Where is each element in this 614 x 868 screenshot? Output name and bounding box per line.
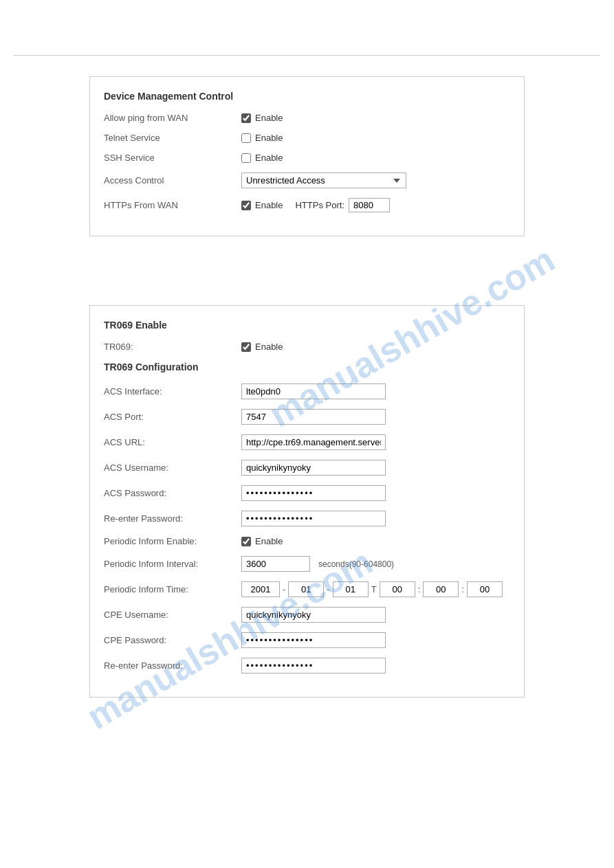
cpe-password-label: CPE Password: [104, 635, 241, 645]
telnet-enable-text: Enable [255, 133, 283, 143]
periodic-inform-interval-label: Periodic Inform Interval: [104, 559, 241, 569]
top-divider [14, 55, 600, 56]
telnet-value: Enable [241, 133, 283, 143]
acs-password-label: ACS Password: [104, 488, 241, 498]
https-port-label: HTTPs Port: [295, 200, 344, 210]
acs-port-value [241, 409, 386, 425]
ssh-row: SSH Service Enable [104, 153, 510, 163]
acs-port-input[interactable] [241, 409, 386, 425]
https-from-wan-row: HTTPs From WAN Enable HTTPs Port: [104, 198, 510, 212]
acs-username-row: ACS Username: [104, 460, 510, 476]
cpe-username-value [241, 607, 386, 623]
allow-ping-enable-text: Enable [255, 113, 283, 123]
periodic-inform-enable-text: Enable [255, 536, 283, 546]
cpe-password-input[interactable] [241, 632, 386, 648]
access-control-select[interactable]: Unrestricted Access Restricted Access [241, 173, 406, 188]
tr069-label: TR069: [104, 342, 241, 352]
time-sep-3: : [418, 584, 421, 594]
telnet-row: Telnet Service Enable [104, 133, 510, 143]
access-control-row: Access Control Unrestricted Access Restr… [104, 173, 510, 188]
acs-port-label: ACS Port: [104, 412, 241, 422]
https-from-wan-enable-text: Enable [255, 200, 283, 210]
cpe-reenter-password-row: Re-enter Password: [104, 658, 510, 674]
telnet-label: Telnet Service [104, 133, 241, 143]
acs-password-input[interactable] [241, 485, 386, 501]
cpe-password-row: CPE Password: [104, 632, 510, 648]
periodic-inform-interval-input[interactable] [241, 556, 310, 572]
periodic-inform-enable-row: Periodic Inform Enable: Enable [104, 536, 510, 546]
acs-username-value [241, 460, 386, 476]
time-sep-2: - [327, 584, 329, 594]
cpe-reenter-password-value [241, 658, 386, 674]
time-month-input[interactable] [288, 581, 324, 597]
cpe-username-row: CPE Username: [104, 607, 510, 623]
acs-reenter-password-value [241, 511, 386, 526]
device-management-title: Device Management Control [104, 91, 510, 102]
time-hour-input[interactable] [380, 581, 415, 597]
acs-reenter-password-label: Re-enter Password: [104, 513, 241, 524]
acs-username-input[interactable] [241, 460, 386, 476]
ssh-enable-text: Enable [255, 153, 283, 163]
acs-password-row: ACS Password: [104, 485, 510, 501]
time-minute-input[interactable] [423, 581, 459, 597]
spacer-1 [0, 250, 614, 291]
tr069-section: TR069 Enable TR069: Enable TR069 Configu… [89, 305, 525, 698]
periodic-inform-interval-row: Periodic Inform Interval: seconds(90-604… [104, 556, 510, 572]
access-control-value: Unrestricted Access Restricted Access [241, 173, 406, 188]
time-t-sep: T [371, 584, 377, 594]
time-year-input[interactable] [241, 581, 280, 597]
ssh-checkbox[interactable] [241, 153, 251, 163]
acs-reenter-password-row: Re-enter Password: [104, 511, 510, 526]
allow-ping-label: Allow ping from WAN [104, 113, 241, 123]
allow-ping-checkbox[interactable] [241, 113, 251, 123]
https-from-wan-checkbox[interactable] [241, 201, 251, 210]
tr069-config-title: TR069 Configuration [104, 361, 510, 372]
allow-ping-row: Allow ping from WAN Enable [104, 113, 510, 123]
tr069-row: TR069: Enable [104, 342, 510, 352]
acs-interface-row: ACS Interface: [104, 383, 510, 399]
tr069-enable-text: Enable [255, 342, 283, 352]
acs-url-input[interactable] [241, 434, 386, 450]
https-port-input[interactable] [349, 198, 390, 212]
acs-url-label: ACS URL: [104, 437, 241, 447]
https-from-wan-label: HTTPs From WAN [104, 200, 241, 210]
periodic-inform-enable-checkbox[interactable] [241, 537, 251, 546]
time-sep-1: - [283, 584, 285, 594]
cpe-reenter-password-input[interactable] [241, 658, 386, 674]
periodic-inform-enable-value: Enable [241, 536, 283, 546]
time-second-input[interactable] [467, 581, 503, 597]
cpe-username-input[interactable] [241, 607, 386, 623]
ssh-value: Enable [241, 153, 283, 163]
acs-interface-input[interactable] [241, 383, 386, 399]
periodic-inform-interval-hint: seconds(90-604800) [318, 559, 394, 569]
time-day-input[interactable] [333, 581, 369, 597]
acs-url-row: ACS URL: [104, 434, 510, 450]
acs-interface-value [241, 383, 386, 399]
periodic-inform-time-value: - - T : : [241, 581, 503, 597]
periodic-inform-time-row: Periodic Inform Time: - - T : : [104, 581, 510, 597]
acs-reenter-password-input[interactable] [241, 511, 386, 526]
acs-port-row: ACS Port: [104, 409, 510, 425]
acs-username-label: ACS Username: [104, 463, 241, 473]
acs-url-value [241, 434, 386, 450]
periodic-inform-time-label: Periodic Inform Time: [104, 584, 241, 594]
tr069-value: Enable [241, 342, 283, 352]
periodic-inform-interval-value: seconds(90-604800) [241, 556, 394, 572]
ssh-label: SSH Service [104, 153, 241, 163]
time-sep-4: : [461, 584, 464, 594]
allow-ping-value: Enable [241, 113, 283, 123]
acs-password-value [241, 485, 386, 501]
tr069-checkbox[interactable] [241, 342, 251, 352]
tr069-enable-title: TR069 Enable [104, 320, 510, 331]
telnet-checkbox[interactable] [241, 133, 251, 143]
device-management-section: Device Management Control Allow ping fro… [89, 76, 525, 236]
cpe-reenter-password-label: Re-enter Password: [104, 660, 241, 671]
https-from-wan-value: Enable HTTPs Port: [241, 198, 390, 212]
periodic-inform-enable-label: Periodic Inform Enable: [104, 536, 241, 546]
acs-interface-label: ACS Interface: [104, 386, 241, 397]
cpe-username-label: CPE Username: [104, 610, 241, 620]
access-control-label: Access Control [104, 175, 241, 186]
cpe-password-value [241, 632, 386, 648]
